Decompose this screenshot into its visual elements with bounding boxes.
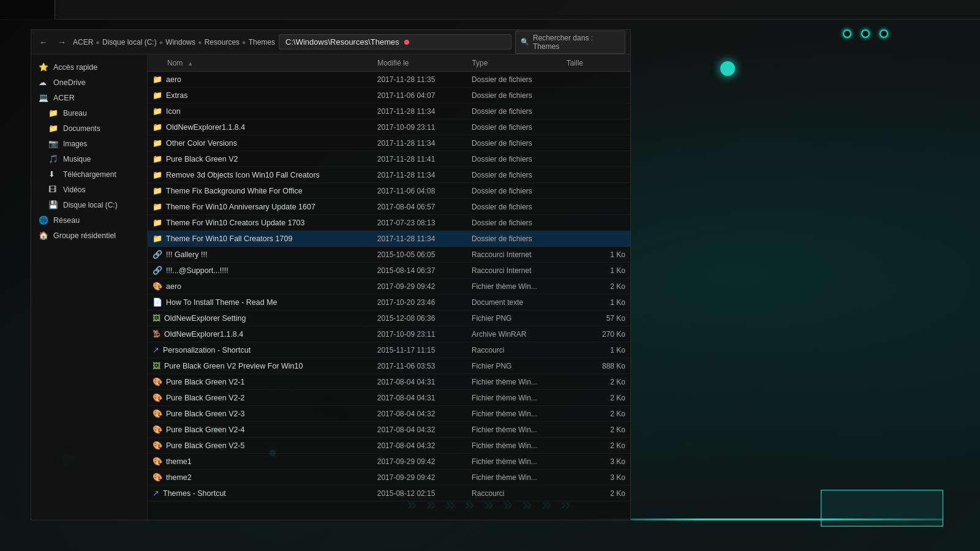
table-row[interactable]: 📁 Extras 2017-11-06 04:07 Dossier de fic…	[148, 88, 630, 103]
file-type-cell: Fichier thème Win...	[472, 457, 566, 466]
col-header-modified[interactable]: Modifié le	[377, 59, 472, 67]
file-size-cell: 2 Ko	[567, 282, 626, 291]
file-name-text: Pure Black Green V2-3	[166, 410, 245, 418]
forward-button[interactable]: →	[55, 35, 69, 50]
table-row[interactable]: ↗ Themes - Shortcut 2015-08-12 02:15 Rac…	[148, 485, 630, 501]
table-row[interactable]: 🎨 Pure Black Green V2-5 2017-08-04 04:32…	[148, 438, 630, 454]
sidebar-item-groupe[interactable]: 🏠 Groupe résidentiel	[31, 228, 147, 243]
file-type-icon: 📁	[153, 186, 162, 195]
file-name-cell: 🖼 Pure Black Green V2 Preview For Win10	[153, 361, 377, 370]
file-size-cell: 2 Ko	[567, 441, 626, 450]
file-type-icon: 🖼	[153, 313, 160, 323]
file-size-cell: 888 Ko	[567, 362, 626, 370]
file-type-icon: 🎨	[153, 425, 162, 434]
table-row[interactable]: 📁 Other Color Versions 2017-11-28 11:34 …	[148, 135, 630, 151]
breadcrumb-resources[interactable]: Resources	[205, 38, 239, 47]
table-row[interactable]: ↗ Personalization - Shortcut 2015-11-17 …	[148, 342, 630, 358]
file-modified-cell: 2017-10-09 23:11	[377, 123, 472, 132]
table-row[interactable]: 📁 Pure Black Green V2 2017-11-28 11:41 D…	[148, 151, 630, 167]
documents-icon: 📁	[48, 124, 58, 133]
file-name-text: !!!...@Support...!!!!	[166, 266, 228, 275]
breadcrumb-disque[interactable]: Disque local (C:)	[102, 38, 157, 47]
sidebar-label-telechargements: Téléchargement	[63, 170, 116, 179]
sidebar-item-bureau[interactable]: 📁 Bureau	[31, 105, 147, 121]
file-type-cell: Dossier de fichiers	[472, 203, 566, 211]
file-modified-cell: 2015-08-12 02:15	[377, 489, 472, 498]
file-type-cell: Fichier PNG	[472, 362, 566, 370]
file-name-text: Theme For Win10 Fall Creators 1709	[166, 234, 292, 243]
table-row[interactable]: 🗜 OldNewExplorer1.1.8.4 2017-10-09 23:11…	[148, 326, 630, 342]
sidebar: ⭐ Accès rapide ☁ OneDrive 💻 ACER 📁 Burea…	[31, 54, 148, 520]
file-type-cell: Raccourci	[472, 489, 566, 498]
search-bar[interactable]: 🔍 Rechercher dans : Themes	[515, 31, 625, 54]
top-bar-thumb	[0, 0, 55, 20]
table-row[interactable]: 📁 OldNewExplorer1.1.8.4 2017-10-09 23:11…	[148, 119, 630, 135]
table-row[interactable]: 🎨 Pure Black Green V2-3 2017-08-04 04:32…	[148, 406, 630, 422]
table-row[interactable]: 📁 aero 2017-11-28 11:35 Dossier de fichi…	[148, 72, 630, 88]
file-name-cell: 🖼 OldNewExplorer Setting	[153, 313, 377, 323]
table-row[interactable]: 🎨 theme2 2017-09-29 09:42 Fichier thème …	[148, 470, 630, 485]
sep2: ●	[159, 39, 164, 46]
sidebar-item-quick-access[interactable]: ⭐ Accès rapide	[31, 59, 147, 75]
sidebar-item-musique[interactable]: 🎵 Musique	[31, 151, 147, 167]
table-row[interactable]: 🎨 aero 2017-09-29 09:42 Fichier thème Wi…	[148, 279, 630, 294]
file-size-cell: 2 Ko	[567, 378, 626, 386]
file-name-cell: 📁 Remove 3d Objects Icon Win10 Fall Crea…	[153, 170, 377, 179]
top-bar	[0, 0, 980, 20]
sidebar-item-reseau[interactable]: 🌐 Réseau	[31, 212, 147, 228]
table-row[interactable]: 📄 How To Install Theme - Read Me 2017-10…	[148, 294, 630, 310]
table-row[interactable]: 🔗 !!! Gallery !!! 2015-10-05 06:05 Racco…	[148, 247, 630, 263]
videos-icon: 🎞	[48, 185, 58, 194]
back-button[interactable]: ←	[36, 35, 51, 50]
col-header-size[interactable]: Taille	[567, 59, 625, 67]
file-type-cell: Dossier de fichiers	[472, 91, 566, 100]
address-box[interactable]: C:\Windows\Resources\Themes	[279, 34, 511, 50]
file-name-text: Pure Black Green V2-1	[166, 378, 245, 386]
file-name-text: Pure Black Green V2	[166, 155, 238, 163]
table-row[interactable]: 📁 Theme Fix Background White For Office …	[148, 183, 630, 199]
file-name-cell: 🎨 Pure Black Green V2-3	[153, 409, 377, 418]
explorer-window: ← → ACER ● Disque local (C:) ● Windows ●…	[31, 29, 631, 520]
breadcrumb-themes[interactable]: Themes	[249, 38, 275, 47]
sidebar-item-documents[interactable]: 📁 Documents	[31, 121, 147, 136]
breadcrumb-acer[interactable]: ACER	[73, 38, 93, 47]
table-row[interactable]: 🎨 Pure Black Green V2-4 2017-08-04 04:32…	[148, 422, 630, 438]
table-row[interactable]: 🔗 !!!...@Support...!!!! 2015-08-14 06:37…	[148, 263, 630, 279]
file-name-text: aero	[166, 75, 181, 84]
file-type-icon: 📁	[153, 218, 162, 227]
table-row[interactable]: 📁 Remove 3d Objects Icon Win10 Fall Crea…	[148, 167, 630, 183]
table-row[interactable]: 📁 Theme For Win10 Anniversary Update 160…	[148, 199, 630, 215]
file-name-cell: 🗜 OldNewExplorer1.1.8.4	[153, 329, 377, 339]
sidebar-item-videos[interactable]: 🎞 Vidéos	[31, 182, 147, 197]
sidebar-item-telechargements[interactable]: ⬇ Téléchargement	[31, 167, 147, 182]
file-name-cell: 🔗 !!!...@Support...!!!!	[153, 266, 377, 275]
table-row[interactable]: 🎨 Pure Black Green V2-1 2017-08-04 04:31…	[148, 374, 630, 390]
file-size-cell: 1 Ko	[567, 250, 626, 259]
file-type-icon: 📄	[153, 298, 162, 307]
col-header-name[interactable]: Nom ▲	[153, 59, 377, 67]
table-row[interactable]: 📁 Theme For Win10 Creators Update 1703 2…	[148, 215, 630, 231]
sidebar-item-disque-local[interactable]: 💾 Disque local (C:)	[31, 197, 147, 212]
bottom-rect-deco	[821, 490, 943, 527]
table-row[interactable]: 🖼 Pure Black Green V2 Preview For Win10 …	[148, 358, 630, 374]
breadcrumb-windows[interactable]: Windows	[165, 38, 195, 47]
sidebar-item-acer[interactable]: 💻 ACER	[31, 90, 147, 105]
table-row[interactable]: 🖼 OldNewExplorer Setting 2015-12-08 06:3…	[148, 310, 630, 326]
sidebar-item-images[interactable]: 📷 Images	[31, 136, 147, 151]
sidebar-item-onedrive[interactable]: ☁ OneDrive	[31, 75, 147, 90]
file-type-icon: 🖼	[153, 361, 160, 370]
col-header-type[interactable]: Type	[472, 59, 566, 67]
onedrive-icon: ☁	[39, 78, 48, 87]
table-row[interactable]: 📁 Icon 2017-11-28 11:34 Dossier de fichi…	[148, 103, 630, 119]
file-modified-cell: 2017-08-04 04:32	[377, 441, 472, 450]
table-row[interactable]: 📁 Theme For Win10 Fall Creators 1709 201…	[148, 231, 630, 247]
file-modified-cell: 2015-08-14 06:37	[377, 266, 472, 275]
file-type-cell: Fichier thème Win...	[472, 425, 566, 434]
table-row[interactable]: 🎨 theme1 2017-09-29 09:42 Fichier thème …	[148, 454, 630, 470]
file-name-cell: 📁 Other Color Versions	[153, 138, 377, 148]
file-type-cell: Fichier thème Win...	[472, 394, 566, 402]
file-name-text: Icon	[166, 107, 181, 116]
table-row[interactable]: 🎨 Pure Black Green V2-2 2017-08-04 04:31…	[148, 390, 630, 406]
file-type-icon: 📁	[153, 202, 162, 211]
file-size-cell: 2 Ko	[567, 394, 626, 402]
